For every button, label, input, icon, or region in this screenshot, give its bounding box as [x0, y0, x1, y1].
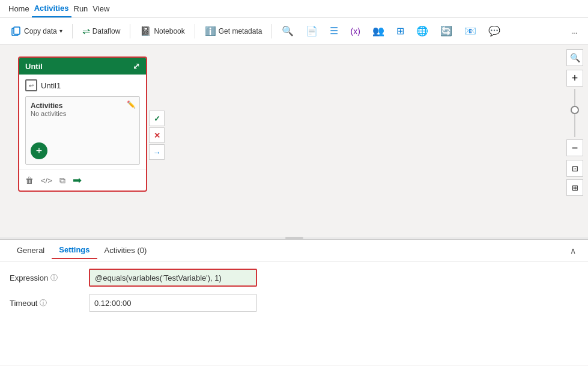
teams-icon: 💬 — [488, 25, 500, 37]
expression-label: Expression ⓘ — [10, 273, 82, 283]
more-label: ... — [571, 27, 577, 35]
canvas-main[interactable]: Until ⤢ ↩ Until1 Activities No activitie… — [0, 44, 588, 237]
copy-data-label: Copy data — [24, 27, 57, 35]
until-title: Until — [25, 62, 43, 71]
notebook-label: Notebook — [154, 27, 184, 35]
notebook-icon: 📓 — [140, 26, 151, 37]
failure-action-button[interactable]: ✕ — [149, 127, 165, 143]
nav-item-run[interactable]: Run — [71, 0, 91, 17]
dataflow-icon: ⇌ — [82, 25, 90, 37]
search-toolbar-icon: 🔍 — [282, 25, 294, 37]
timeout-row: Timeout ⓘ — [10, 294, 578, 312]
nav-item-home[interactable]: Home — [6, 0, 32, 17]
expression-row: Expression ⓘ — [10, 269, 578, 287]
timeout-info-icon[interactable]: ⓘ — [40, 298, 47, 308]
until-activity-box[interactable]: Until ⤢ ↩ Until1 Activities No activitie… — [18, 56, 147, 192]
activities-inner-box[interactable]: Activities No activities ✏️ + — [25, 96, 140, 165]
more-button[interactable]: ... — [566, 22, 582, 41]
activities-inner-label: Activities — [31, 102, 135, 110]
toolbar-sep-2 — [130, 24, 130, 38]
tab-general[interactable]: General — [10, 242, 52, 258]
completion-action-button[interactable]: → — [149, 144, 165, 160]
expression-info-icon[interactable]: ⓘ — [50, 273, 58, 283]
grid-view-button[interactable]: ⊞ — [566, 179, 583, 196]
dataflow-label: Dataflow — [92, 27, 121, 35]
dataflow-button[interactable]: ⇌ Dataflow — [77, 22, 126, 41]
zoom-slider-track — [574, 89, 575, 137]
pipeline-button[interactable]: 📄 — [301, 22, 323, 41]
copy-icon[interactable]: ⧉ — [59, 175, 65, 186]
variable-icon: (x) — [350, 26, 360, 36]
tab-activities[interactable]: Activities (0) — [97, 242, 154, 258]
side-actions: ✓ ✕ → — [149, 111, 165, 160]
loop-icon: ↩ — [25, 79, 37, 91]
timeout-label: Timeout ⓘ — [10, 298, 82, 308]
variable-button[interactable]: (x) — [345, 22, 365, 41]
delete-icon[interactable]: 🗑 — [25, 175, 34, 185]
until-header: Until ⤢ — [19, 58, 146, 75]
code-icon[interactable]: </> — [41, 176, 52, 185]
until-expand-icon[interactable]: ⤢ — [133, 61, 140, 71]
collapse-panel-button[interactable]: ∧ — [568, 243, 578, 258]
get-metadata-icon: ℹ️ — [205, 26, 216, 37]
svg-rect-1 — [14, 27, 20, 34]
expression-input[interactable] — [89, 269, 257, 287]
tab-settings[interactable]: Settings — [52, 242, 97, 259]
toolbar-sep-3 — [195, 24, 195, 38]
add-activity-button[interactable]: + — [31, 142, 47, 159]
search-toolbar-button[interactable]: 🔍 — [277, 22, 299, 41]
canvas-area: Until ⤢ ↩ Until1 Activities No activitie… — [0, 44, 588, 237]
nav-item-view[interactable]: View — [90, 0, 112, 17]
teams-button[interactable]: 💬 — [483, 22, 505, 41]
people-icon: 👥 — [372, 25, 384, 37]
add-icon: + — [36, 145, 43, 157]
zoom-controls: 🔍 + − ⊡ ⊞ — [566, 49, 583, 196]
bottom-panel: General Settings Activities (0) ∧ Expres… — [0, 239, 588, 365]
activities-inner-sublabel: No activities — [31, 110, 135, 117]
get-metadata-label: Get metadata — [219, 27, 262, 35]
zoom-in-button[interactable]: + — [566, 70, 583, 87]
toolbar: Copy data ▾ ⇌ Dataflow 📓 Notebook ℹ️ Get… — [0, 18, 588, 44]
outlook-button[interactable]: 📧 — [459, 22, 481, 41]
split-button[interactable]: ⊞ — [392, 22, 409, 41]
copy-data-dropdown-icon: ▾ — [59, 28, 62, 34]
until-body: ↩ Until1 Activities No activities ✏️ + — [19, 75, 146, 165]
outlook-icon: 📧 — [464, 25, 476, 37]
globe-icon: 🌐 — [416, 25, 428, 37]
until-footer: 🗑 </> ⧉ ➡ — [19, 169, 146, 191]
get-metadata-button[interactable]: ℹ️ Get metadata — [200, 22, 267, 41]
nav-item-activities[interactable]: Activities — [32, 0, 71, 17]
copy-data-icon — [11, 26, 22, 37]
list-button[interactable]: ☰ — [325, 22, 343, 41]
people-button[interactable]: 👥 — [368, 22, 389, 41]
divider-knob — [285, 237, 303, 239]
until-instance-name: Until1 — [41, 81, 61, 90]
split-icon: ⊞ — [396, 25, 404, 37]
zoom-slider-thumb[interactable] — [571, 106, 579, 114]
bottom-form: Expression ⓘ Timeout ⓘ — [0, 261, 588, 319]
search-canvas-button[interactable]: 🔍 — [566, 49, 583, 66]
zoom-out-button[interactable]: − — [566, 139, 583, 156]
success-action-button[interactable]: ✓ — [149, 111, 165, 126]
expression-label-text: Expression — [10, 273, 48, 282]
fit-view-button[interactable]: ⊡ — [566, 160, 583, 177]
bottom-tabs-bar: General Settings Activities (0) ∧ — [0, 240, 588, 261]
globe-button[interactable]: 🌐 — [411, 22, 433, 41]
refresh-icon: 🔄 — [440, 25, 452, 37]
timeout-label-text: Timeout — [10, 299, 37, 308]
toolbar-sep-4 — [271, 24, 272, 38]
notebook-button[interactable]: 📓 Notebook — [135, 22, 189, 41]
refresh-button[interactable]: 🔄 — [435, 22, 457, 41]
run-icon[interactable]: ➡ — [73, 174, 82, 187]
copy-data-button[interactable]: Copy data ▾ — [6, 22, 67, 41]
list-icon: ☰ — [330, 25, 338, 37]
edit-pencil-icon[interactable]: ✏️ — [127, 100, 136, 109]
until-title-row: ↩ Until1 — [25, 79, 140, 91]
pipeline-icon: 📄 — [306, 25, 318, 37]
timeout-input[interactable] — [89, 294, 257, 312]
top-nav: Home Activities Run View — [0, 0, 588, 18]
toolbar-sep-1 — [72, 24, 73, 38]
